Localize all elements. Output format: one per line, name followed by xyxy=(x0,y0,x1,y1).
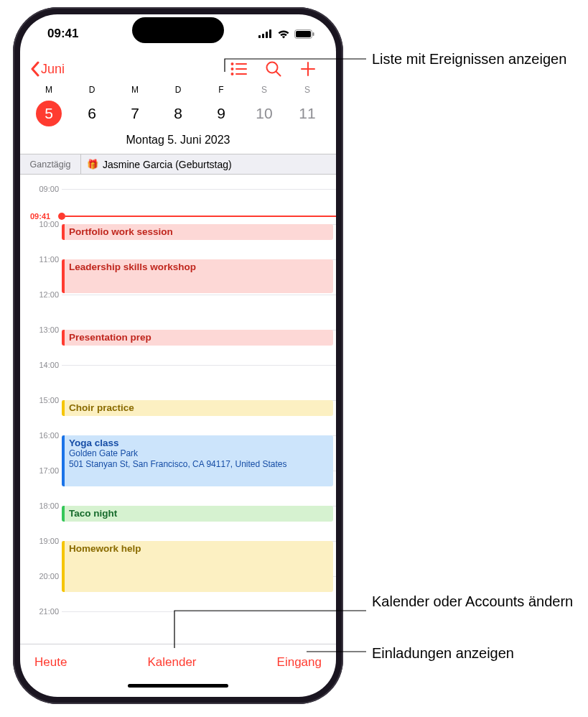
dynamic-island xyxy=(132,17,224,43)
